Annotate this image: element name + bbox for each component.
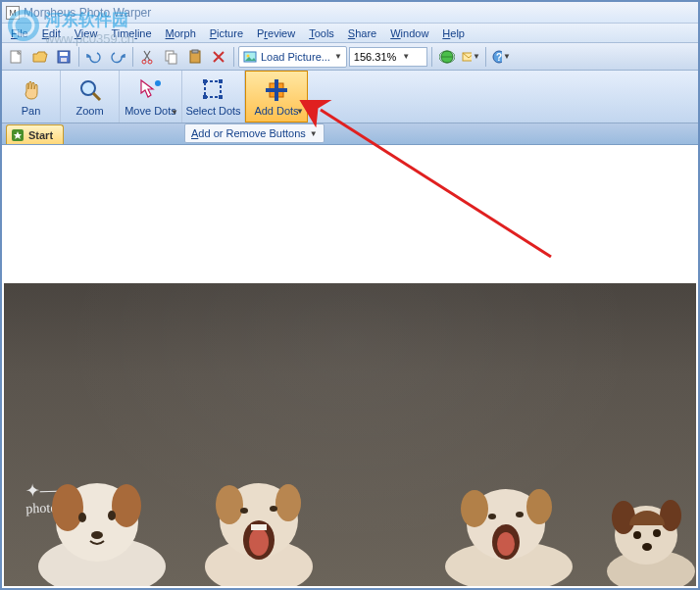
svg-point-56 [660,500,681,531]
select-dots-label: Select Dots [185,105,240,117]
svg-point-58 [653,529,661,537]
pan-label: Pan [22,105,41,117]
menu-timeline[interactable]: Timeline [104,25,158,41]
menubar: FFileile Edit View Timeline Morph Pictur… [2,24,698,43]
menu-window[interactable]: Window [383,25,435,41]
svg-rect-8 [169,54,176,64]
select-dots-icon [201,77,226,103]
svg-point-49 [488,514,496,519]
puppy-1 [24,459,180,586]
add-remove-label: Add or Remove Buttons [191,127,306,139]
svg-point-19 [155,80,161,86]
separator [132,47,133,67]
menu-preview[interactable]: Preview [250,25,302,41]
svg-point-50 [516,512,524,517]
web-button[interactable] [436,46,458,68]
pan-tool[interactable]: Pan [2,71,61,123]
menu-picture[interactable]: Picture [203,25,250,41]
add-dots-tool[interactable]: Add Dots ▼ [245,71,308,123]
zoom-level-value: 156.31% [354,51,396,63]
svg-point-33 [78,513,86,522]
svg-point-43 [249,528,269,556]
svg-rect-27 [266,88,287,92]
select-dots-tool[interactable]: Select Dots [182,71,245,123]
puppy-2 [190,464,327,586]
svg-point-17 [81,81,95,95]
move-dots-label: Move Dots [125,105,176,117]
star-icon [11,128,25,142]
svg-point-31 [52,484,83,531]
zoom-level-combo[interactable]: 156.31% ▼ [349,47,427,67]
dropdown-arrow-icon: ▼ [402,52,410,61]
svg-point-39 [275,484,301,521]
svg-rect-44 [251,524,267,530]
svg-point-55 [612,501,635,534]
toolbar-main: Load Picture... ▼ 156.31% ▼ ▼ ?▼ [2,43,698,71]
svg-point-32 [112,484,141,527]
paste-button[interactable] [184,46,206,68]
svg-point-40 [240,508,248,514]
svg-rect-20 [205,81,221,97]
svg-point-34 [108,511,116,520]
zoom-label: Zoom [75,105,103,117]
tab-start-label: Start [28,129,53,141]
svg-rect-10 [192,50,198,53]
menu-tools[interactable]: Tools [302,25,341,41]
cut-button[interactable] [137,46,159,68]
puppy-3 [425,473,592,586]
image-content: ✦— photo [4,283,696,586]
email-button[interactable]: ▼ [460,46,481,68]
svg-point-59 [642,543,652,551]
svg-point-12 [247,54,250,57]
dropdown-arrow-icon: ▼ [334,52,342,61]
copy-button[interactable] [161,46,182,68]
help-button[interactable]: ?▼ [490,46,512,68]
titlebar: M Morpheus Photo Warper [2,2,698,24]
dropdown-arrow-icon: ▼ [296,107,304,116]
tab-start[interactable]: Start [6,124,64,144]
svg-text:?: ? [496,52,502,63]
canvas-area[interactable]: ✦— photo [4,147,696,586]
add-dots-label: Add Dots [254,105,298,117]
menu-file[interactable]: FFileile [4,25,35,41]
redo-button[interactable] [107,46,128,68]
svg-point-47 [461,490,488,527]
new-button[interactable] [6,46,27,68]
dropdown-arrow-icon: ▼ [171,108,178,117]
dropdown-arrow-icon: ▼ [310,129,318,138]
tab-bar: Start Add or Remove Buttons ▼ [2,123,698,145]
menu-morph[interactable]: Morph [159,25,203,41]
zoom-tool[interactable]: Zoom [61,71,120,123]
load-picture-label: Load Picture... [261,51,330,63]
move-dots-tool[interactable]: Move Dots ▼ [120,71,182,123]
load-picture-button[interactable]: Load Picture... ▼ [238,46,347,68]
delete-button[interactable] [208,46,229,68]
separator [431,47,432,67]
svg-point-57 [633,531,641,539]
move-dots-icon [138,77,164,103]
window-title: Morpheus Photo Warper [24,6,151,20]
undo-button[interactable] [83,46,105,68]
svg-rect-21 [203,79,207,83]
svg-rect-3 [60,52,68,56]
svg-point-35 [91,531,103,539]
separator [78,47,79,67]
menu-edit[interactable]: Edit [35,25,68,41]
save-button[interactable] [53,46,75,68]
picture-icon [243,50,257,64]
toolbar-tools: Pan Zoom Move Dots ▼ Select Dots Add Dot… [2,71,698,123]
svg-point-48 [526,489,552,524]
svg-rect-4 [61,58,67,62]
open-button[interactable] [29,46,51,68]
puppy-4 [602,488,696,586]
menu-share[interactable]: Share [341,25,383,41]
svg-point-52 [497,532,515,556]
add-dots-icon [264,77,289,103]
app-icon: M [6,6,20,20]
menu-view[interactable]: View [68,25,105,41]
svg-rect-22 [219,79,223,83]
separator [485,47,486,67]
add-remove-buttons-dropdown[interactable]: Add or Remove Buttons ▼ [184,123,325,143]
svg-line-18 [93,93,100,100]
menu-help[interactable]: Help [435,25,472,41]
